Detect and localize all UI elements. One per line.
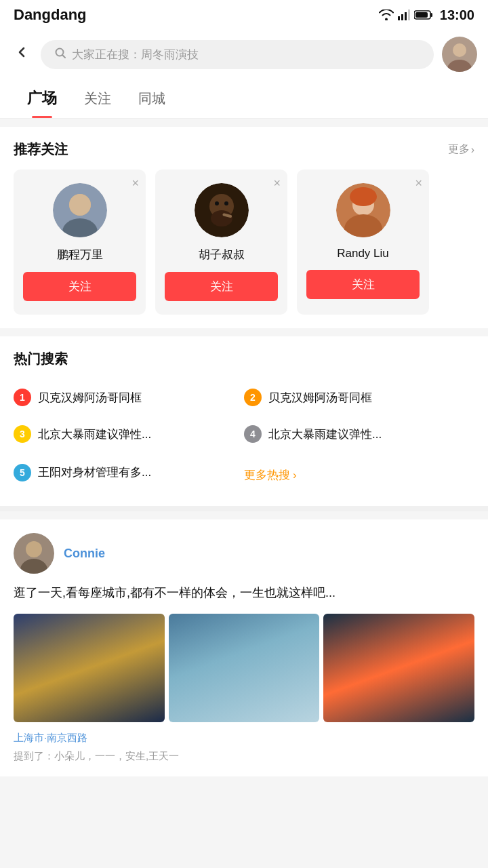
section-header: 推荐关注 更多 › — [14, 140, 474, 159]
svg-line-8 — [63, 55, 66, 58]
card-name: 鹏程万里 — [57, 247, 103, 262]
follow-button[interactable]: 关注 — [306, 270, 420, 299]
svg-rect-0 — [398, 16, 400, 20]
svg-rect-2 — [405, 12, 407, 20]
hot-text-3: 北京大暴雨建议弹性... — [38, 427, 244, 442]
follow-button[interactable]: 关注 — [23, 272, 136, 301]
post-location[interactable]: 上海市·南京西路 — [14, 732, 474, 745]
svg-point-15 — [69, 194, 91, 216]
tab-square[interactable]: 广场 — [14, 79, 70, 118]
recommend-card: × 鹏程万里 关注 — [14, 170, 146, 315]
svg-point-10 — [453, 43, 466, 57]
card-name: Randy Liu — [337, 247, 389, 260]
more-hot-link[interactable]: 更多热搜 › — [244, 452, 474, 492]
status-icons — [379, 9, 433, 20]
recommend-card: × 胡子叔叔 关注 — [155, 170, 287, 315]
card-avatar — [53, 183, 107, 237]
post-mentions: 提到了：小朵儿，一一，安生,王天一 — [14, 750, 474, 763]
hot-item-5[interactable]: 5 王阳对身材管理有多... — [14, 452, 244, 492]
hot-badge-3: 3 — [14, 425, 31, 443]
recommend-section: 推荐关注 更多 › × 鹏程万里 关注 × — [0, 127, 488, 328]
card-avatar — [336, 183, 390, 237]
svg-point-19 — [215, 201, 219, 205]
battery-icon — [414, 9, 433, 20]
signal-icon — [398, 9, 410, 20]
app-name: Dangdang — [14, 6, 87, 24]
hot-text-4: 北京大暴雨建议弹性... — [268, 427, 474, 442]
post-section: Connie 逛了一天,看每座城市,都有不一样的体会，一生也就这样吧... 上海… — [0, 519, 488, 776]
svg-point-20 — [224, 201, 228, 205]
svg-rect-6 — [415, 12, 428, 18]
hot-text-2: 贝克汉姆阿汤哥同框 — [268, 390, 474, 406]
post-image-2[interactable] — [169, 614, 320, 722]
more-link[interactable]: 更多 › — [448, 142, 474, 157]
section-title: 推荐关注 — [14, 140, 68, 159]
search-icon — [54, 47, 66, 62]
post-username[interactable]: Connie — [64, 547, 105, 561]
recommend-card: × Randy Liu 关注 — [297, 170, 429, 315]
hot-search-section: 热门搜索 1 贝克汉姆阿汤哥同框 2 贝克汉姆阿汤哥同框 3 北京大暴雨建议弹性… — [0, 336, 488, 506]
svg-rect-5 — [430, 13, 432, 17]
card-name: 胡子叔叔 — [199, 247, 245, 262]
hot-badge-2: 2 — [244, 389, 262, 406]
status-time: 13:00 — [440, 7, 474, 23]
wifi-icon — [379, 9, 394, 20]
hot-badge-5: 5 — [14, 464, 31, 481]
follow-button[interactable]: 关注 — [165, 272, 278, 301]
svg-point-18 — [211, 210, 232, 226]
hot-item-4[interactable]: 4 北京大暴雨建议弹性... — [244, 416, 474, 452]
back-button[interactable] — [11, 41, 33, 68]
post-image-1[interactable] — [14, 614, 165, 722]
status-right: 13:00 — [379, 7, 474, 23]
hot-section-title: 热门搜索 — [14, 350, 68, 368]
hot-text-5: 王阳对身材管理有多... — [38, 465, 244, 480]
search-box[interactable]: 大家正在搜：周冬雨演技 — [41, 40, 434, 69]
close-button[interactable]: × — [131, 176, 139, 191]
post-image-3[interactable] — [323, 614, 474, 722]
svg-rect-1 — [401, 14, 403, 20]
status-bar: Dangdang 13:00 — [0, 0, 488, 30]
post-images — [14, 614, 474, 722]
search-placeholder: 大家正在搜：周冬雨演技 — [72, 47, 199, 62]
close-button[interactable]: × — [415, 176, 422, 191]
hot-item-3[interactable]: 3 北京大暴雨建议弹性... — [14, 416, 244, 452]
recommend-list: × 鹏程万里 关注 × — [14, 170, 474, 315]
hot-section-header: 热门搜索 — [14, 350, 474, 368]
search-bar-container: 大家正在搜：周冬雨演技 — [0, 30, 488, 79]
tab-follow[interactable]: 关注 — [70, 80, 125, 117]
more-hot-text[interactable]: 更多热搜 › — [244, 467, 297, 483]
hot-badge-1: 1 — [14, 389, 31, 406]
tab-city[interactable]: 同城 — [125, 80, 179, 117]
hot-badge-4: 4 — [244, 425, 262, 443]
svg-point-27 — [26, 541, 42, 557]
hot-item-2[interactable]: 2 贝克汉姆阿汤哥同框 — [244, 379, 474, 416]
post-avatar[interactable] — [14, 533, 54, 574]
hot-item-1[interactable]: 1 贝克汉姆阿汤哥同框 — [14, 379, 244, 416]
divider — [0, 506, 488, 511]
svg-rect-3 — [408, 9, 410, 20]
post-content: 逛了一天,看每座城市,都有不一样的体会，一生也就这样吧... — [14, 583, 474, 603]
card-avatar — [195, 183, 249, 237]
hot-search-grid: 1 贝克汉姆阿汤哥同框 2 贝克汉姆阿汤哥同框 3 北京大暴雨建议弹性... 4… — [14, 379, 474, 492]
user-avatar[interactable] — [442, 37, 477, 72]
svg-point-25 — [350, 187, 377, 206]
post-header: Connie — [14, 533, 474, 574]
tabs-container: 广场 关注 同城 — [0, 79, 488, 119]
close-button[interactable]: × — [273, 176, 281, 191]
hot-text-1: 贝克汉姆阿汤哥同框 — [38, 390, 244, 406]
